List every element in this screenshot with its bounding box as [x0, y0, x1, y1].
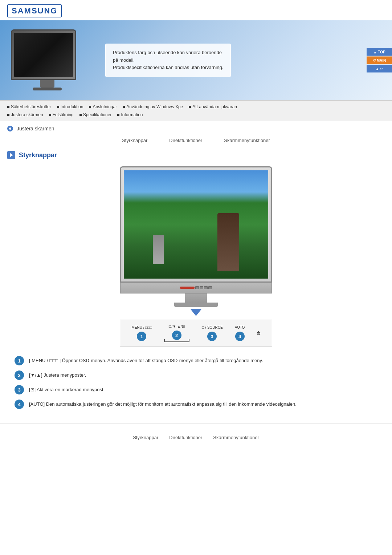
desc-text-4: [AUTO] Den automatiska justeringen gör d… [29, 400, 297, 408]
hero-text-box: Produktens färg och utseende kan variera… [105, 44, 231, 77]
hero-line2: på modell. [113, 57, 135, 63]
monitor-base [33, 88, 62, 90]
ctrl-item-3: ⊡ / SOURCE 3 [201, 325, 223, 341]
hero-banner: Produktens färg och utseende kan variera… [0, 20, 392, 100]
main-icon: ↺ [373, 58, 376, 62]
nav-bullet [79, 114, 82, 116]
nav-bullet [7, 106, 9, 108]
top-arrow-icon: ▲ [373, 50, 377, 54]
breadcrumb-icon [7, 126, 13, 131]
samsung-logo: SAMSUNG [7, 4, 62, 17]
desc-item-1: 1 [ MENU / □□□ ] Öppnar OSD-menyn. Använ… [15, 356, 377, 365]
hero-monitor-image [11, 29, 83, 91]
tab-styrknappar[interactable]: Styrknappar [122, 137, 147, 144]
tabs-section: Styrknappar Direktfunktioner Skärmmenyfu… [0, 133, 392, 147]
nav-item-troubleshoot[interactable]: Felsökning [49, 112, 79, 118]
ctrl-label-power: ⏻ [257, 331, 260, 335]
monitor-diagram-area [0, 163, 392, 307]
tab-direktfunktioner[interactable]: Direktfunktioner [169, 137, 202, 144]
ctrl-label-2: ⊡/▼ ▲/⊡ [168, 324, 184, 328]
monitor-led [180, 287, 195, 289]
monitor-frame [120, 166, 272, 283]
hero-line1: Produktens färg och utseende kan variera… [113, 50, 222, 55]
monitor-frame-inner [124, 170, 268, 279]
description-list: 1 [ MENU / □□□ ] Öppnar OSD-menyn. Använ… [0, 349, 392, 416]
controls-area: MENU / □□□ 1 ⊡/▼ ▲/⊡ 2 ⊡ / SOURCE 3 AUTO… [0, 318, 392, 349]
monitor-stand-foot [174, 303, 218, 307]
nav-bullet [7, 114, 9, 116]
monitor-btn-4 [208, 286, 212, 289]
monitor-screen [14, 33, 73, 77]
desc-number-1: 1 [15, 356, 24, 365]
hero-line3: Produktspecifikationerna kan ändras utan… [113, 65, 223, 70]
ctrl-label-menu: MENU / □□□ [132, 325, 152, 329]
garden-pagoda [153, 235, 164, 264]
controls-diagram: MENU / □□□ 1 ⊡/▼ ▲/⊡ 2 ⊡ / SOURCE 3 AUTO… [120, 320, 272, 347]
header: SAMSUNG [0, 0, 392, 20]
heading-icon [7, 151, 15, 159]
garden-tree [217, 213, 239, 271]
nav-item-specs[interactable]: Specifikationer [79, 112, 118, 118]
monitor-stand [40, 80, 54, 88]
footer-tab-skarmmenyfunktioner[interactable]: Skärmmenyfunktioner [213, 435, 259, 440]
desc-text-2: [▼/▲] Justera menyposter. [29, 370, 86, 379]
ctrl-item-power: ⏻ [257, 331, 260, 335]
nav-item-adjust[interactable]: Justera skärmen [7, 112, 49, 118]
arrow-down [0, 309, 392, 316]
heading-play-icon [10, 153, 13, 157]
desc-number-4: 4 [15, 400, 24, 409]
ctrl-item-2: ⊡/▼ ▲/⊡ 2 [164, 324, 189, 342]
main-button[interactable]: ↺ MAIN [367, 57, 392, 64]
nav-bullet [123, 106, 125, 108]
back-label: ↩ [380, 67, 383, 71]
breadcrumb-text: Justera skärmen [17, 126, 54, 131]
breadcrumb: Justera skärmen [0, 121, 392, 133]
desc-item-2: 2 [▼/▲] Justera menyposter. [15, 370, 377, 380]
garden-scene [124, 170, 268, 279]
arrow-down-shape [190, 309, 202, 316]
nav-bullet [57, 106, 59, 108]
section-title: Styrknappar [19, 151, 57, 159]
nav-item-info[interactable]: Information [117, 112, 148, 118]
monitor-btn-3 [204, 286, 208, 289]
footer-tabs: Styrknappar Direktfunktioner Skärmmenyfu… [0, 424, 392, 444]
monitor-btn-2 [200, 286, 203, 289]
nav-item-windows[interactable]: Användning av Windows Xpe [123, 104, 189, 110]
monitor-control-buttons [180, 286, 212, 289]
nav-row-2: Justera skärmen Felsökning Specifikation… [7, 112, 385, 118]
footer-tab-styrknappar[interactable]: Styrknappar [133, 435, 158, 440]
side-nav: ▲ TOP ↺ MAIN ▲ ↩ [367, 48, 392, 73]
desc-text-1: [ MENU / □□□ ] Öppnar OSD-menyn. Används… [29, 356, 263, 365]
ctrl-number-4: 4 [235, 332, 245, 341]
ctrl-item-menu: MENU / □□□ 1 [132, 325, 152, 341]
monitor-btn-1 [195, 286, 199, 289]
top-label: TOP [378, 50, 385, 54]
desc-number-2: 2 [15, 370, 24, 380]
desc-number-3: 3 [15, 385, 24, 394]
nav-row-1: Säkerhetsföreskrifter Introduktion Anslu… [7, 104, 385, 110]
nav-bullet [189, 106, 191, 108]
ctrl-number-2: 2 [172, 331, 181, 340]
nav-item-software[interactable]: Att använda mjukvaran [189, 104, 243, 110]
nav-bullet [89, 106, 91, 108]
nav-item-intro[interactable]: Introduktion [57, 104, 89, 110]
back-icon: ▲ [376, 67, 379, 71]
monitor-stand-neck [185, 293, 207, 303]
tab-skarmmenyfunktioner[interactable]: Skärmmenyfunktioner [224, 137, 270, 144]
main-label: MAIN [377, 58, 386, 62]
nav-item-safety[interactable]: Säkerhetsföreskrifter [7, 104, 57, 110]
footer-tab-direktfunktioner[interactable]: Direktfunktioner [169, 435, 202, 440]
ctrl-number-3: 3 [207, 332, 217, 341]
ctrl-label-4: AUTO [235, 325, 245, 329]
nav-item-connections[interactable]: Anslutningar [89, 104, 123, 110]
nav-bar: Säkerhetsföreskrifter Introduktion Anslu… [0, 100, 392, 121]
monitor-stand-area [120, 293, 272, 307]
back-button[interactable]: ▲ ↩ [367, 65, 392, 73]
nav-bullet [117, 114, 119, 116]
ctrl-label-3: ⊡ / SOURCE [201, 325, 223, 329]
monitor-diagram [120, 166, 272, 307]
monitor-bottom-bar [120, 283, 272, 293]
nav-bullet [49, 114, 51, 116]
ctrl-number-1: 1 [137, 332, 146, 341]
top-button[interactable]: ▲ TOP [367, 48, 392, 56]
